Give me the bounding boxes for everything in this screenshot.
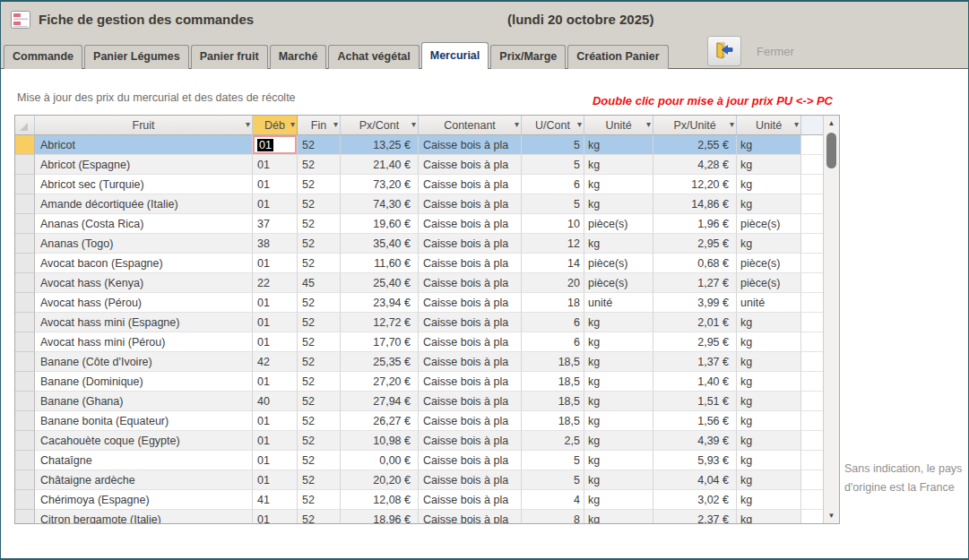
dropdown-arrow-icon[interactable]: ▾ — [577, 119, 582, 130]
scroll-down-icon[interactable]: ▼ — [824, 508, 839, 523]
cell-fin[interactable]: 52 — [298, 214, 341, 234]
cell-fin[interactable]: 52 — [298, 135, 341, 155]
cell-u-cont[interactable]: 18 — [522, 293, 584, 313]
column-header-unite[interactable]: Unité▾ — [584, 116, 653, 135]
cell-px-unite[interactable]: 1,40 € — [653, 372, 737, 392]
column-header-u-cont[interactable]: U/Cont▾ — [522, 116, 584, 135]
row-selector[interactable] — [15, 175, 35, 194]
cell-deb[interactable]: 01 — [253, 313, 298, 332]
cell-contenant[interactable]: Caisse bois à pla — [419, 194, 522, 214]
cell-unite[interactable]: kg — [584, 155, 653, 175]
table-row[interactable]: Avocat hass (Pérou)015223,94 €Caisse boi… — [15, 293, 823, 313]
tab-creation-panier[interactable]: Création Panier — [567, 45, 668, 69]
select-all-corner[interactable] — [15, 116, 35, 135]
cell-px-unite[interactable]: 12,20 € — [653, 175, 737, 194]
cell-u-cont[interactable]: 5 — [522, 155, 584, 175]
cell-unite-2[interactable]: kg — [737, 372, 801, 392]
cell-px-cont[interactable]: 23,94 € — [341, 293, 419, 313]
cell-contenant[interactable]: Caisse bois à pla — [419, 175, 522, 194]
cell-unite-2[interactable]: kg — [737, 411, 801, 431]
table-row[interactable]: Amande décortiquée (Italie)015274,30 €Ca… — [15, 194, 823, 214]
cell-u-cont[interactable]: 5 — [522, 135, 584, 155]
cell-unite[interactable]: kg — [584, 392, 653, 411]
row-selector[interactable] — [15, 411, 35, 431]
table-row[interactable]: Banane (Côte d'Ivoire)425225,35 €Caisse … — [15, 352, 823, 372]
cell-fruit[interactable]: Banane (Ghana) — [35, 392, 253, 411]
row-selector[interactable] — [15, 470, 35, 490]
cell-px-unite[interactable]: 14,86 € — [653, 194, 737, 214]
cell-u-cont[interactable]: 14 — [522, 254, 584, 273]
cell-px-cont[interactable]: 21,40 € — [341, 155, 419, 175]
cell-fin[interactable]: 52 — [298, 293, 341, 313]
cell-unite[interactable]: kg — [584, 372, 653, 392]
cell-fruit[interactable]: Amande décortiquée (Italie) — [35, 194, 253, 214]
row-selector[interactable] — [15, 214, 35, 234]
cell-px-cont[interactable]: 25,40 € — [341, 273, 419, 293]
row-selector[interactable] — [15, 234, 35, 254]
cell-contenant[interactable]: Caisse bois à pla — [419, 234, 522, 254]
cell-contenant[interactable]: Caisse bois à pla — [419, 431, 522, 451]
cell-px-unite[interactable]: 3,02 € — [653, 490, 737, 510]
cell-deb[interactable]: 01 — [253, 194, 298, 214]
scrollbar-thumb[interactable] — [826, 133, 836, 168]
dropdown-arrow-icon[interactable]: ▾ — [246, 119, 250, 130]
column-header-deb[interactable]: Déb▾ — [253, 116, 298, 135]
cell-fruit[interactable]: Avocat hass (Pérou) — [35, 293, 253, 313]
cell-fin[interactable]: 52 — [298, 392, 341, 411]
cell-fin[interactable]: 52 — [298, 490, 341, 510]
table-row[interactable]: Citron bergamote (Italie)015218,96 €Cais… — [15, 510, 823, 523]
cell-fruit[interactable]: Avocat bacon (Espagne) — [35, 254, 253, 273]
cell-contenant[interactable]: Caisse bois à pla — [419, 273, 522, 293]
cell-fruit[interactable]: Avocat hass (Kenya) — [35, 273, 253, 293]
cell-unite-2[interactable]: kg — [737, 392, 801, 411]
cell-u-cont[interactable]: 6 — [522, 313, 584, 332]
cell-unite-2[interactable]: kg — [737, 194, 801, 214]
cell-fin[interactable]: 52 — [298, 372, 341, 392]
dropdown-arrow-icon[interactable]: ▾ — [646, 119, 651, 130]
dropdown-arrow-icon[interactable]: ▾ — [290, 119, 295, 130]
cell-fin[interactable]: 52 — [298, 352, 341, 372]
cell-u-cont[interactable]: 5 — [522, 470, 584, 490]
cell-unite[interactable]: pièce(s) — [584, 273, 653, 293]
tab-panier-legumes[interactable]: Panier Légumes — [84, 45, 189, 69]
cell-u-cont[interactable]: 5 — [522, 194, 584, 214]
cell-px-unite[interactable]: 4,39 € — [653, 431, 737, 451]
cell-u-cont[interactable]: 5 — [522, 451, 584, 470]
cell-unite[interactable]: kg — [584, 194, 653, 214]
cell-deb[interactable]: 01 — [253, 175, 298, 194]
cell-unite[interactable]: kg — [584, 313, 653, 332]
dropdown-arrow-icon[interactable]: ▾ — [794, 119, 799, 130]
table-row[interactable]: Chérimoya (Espagne)415212,08 €Caisse boi… — [15, 490, 823, 510]
row-selector[interactable] — [15, 451, 35, 470]
cell-unite-2[interactable]: pièce(s) — [737, 273, 801, 293]
cell-px-unite[interactable]: 2,55 € — [653, 135, 737, 155]
cell-unite-2[interactable]: kg — [737, 175, 801, 194]
cell-deb[interactable]: 01 — [253, 431, 298, 451]
column-header-fruit[interactable]: Fruit▾ — [35, 116, 253, 135]
close-button[interactable] — [707, 36, 741, 66]
cell-u-cont[interactable]: 18,5 — [522, 372, 584, 392]
cell-deb[interactable]: 01 — [253, 254, 298, 273]
cell-contenant[interactable]: Caisse bois à pla — [419, 372, 522, 392]
cell-contenant[interactable]: Caisse bois à pla — [419, 313, 522, 332]
cell-unite[interactable]: pièce(s) — [584, 254, 653, 273]
row-selector[interactable] — [15, 352, 35, 372]
cell-px-unite[interactable]: 0,68 € — [653, 254, 737, 273]
cell-u-cont[interactable]: 18,5 — [522, 411, 584, 431]
cell-px-unite[interactable]: 1,51 € — [653, 392, 737, 411]
cell-unite-2[interactable]: kg — [737, 155, 801, 175]
table-row[interactable]: Cacahouète coque (Egypte)015210,98 €Cais… — [15, 431, 823, 451]
cell-deb[interactable]: 42 — [253, 352, 298, 372]
column-header-fin[interactable]: Fin▾ — [298, 116, 341, 135]
cell-px-cont[interactable]: 10,98 € — [341, 431, 419, 451]
cell-fruit[interactable]: Citron bergamote (Italie) — [35, 510, 253, 523]
cell-contenant[interactable]: Caisse bois à pla — [419, 352, 522, 372]
cell-u-cont[interactable]: 6 — [522, 332, 584, 352]
column-header-px-unite[interactable]: Px/Unité▾ — [653, 116, 737, 135]
cell-deb[interactable]: 41 — [253, 490, 298, 510]
cell-deb[interactable]: 01 — [253, 470, 298, 490]
cell-unite[interactable]: pièce(s) — [584, 214, 653, 234]
cell-u-cont[interactable]: 10 — [522, 214, 584, 234]
cell-fruit[interactable]: Banane (Dominique) — [35, 372, 253, 392]
dropdown-arrow-icon[interactable]: ▾ — [515, 119, 519, 130]
